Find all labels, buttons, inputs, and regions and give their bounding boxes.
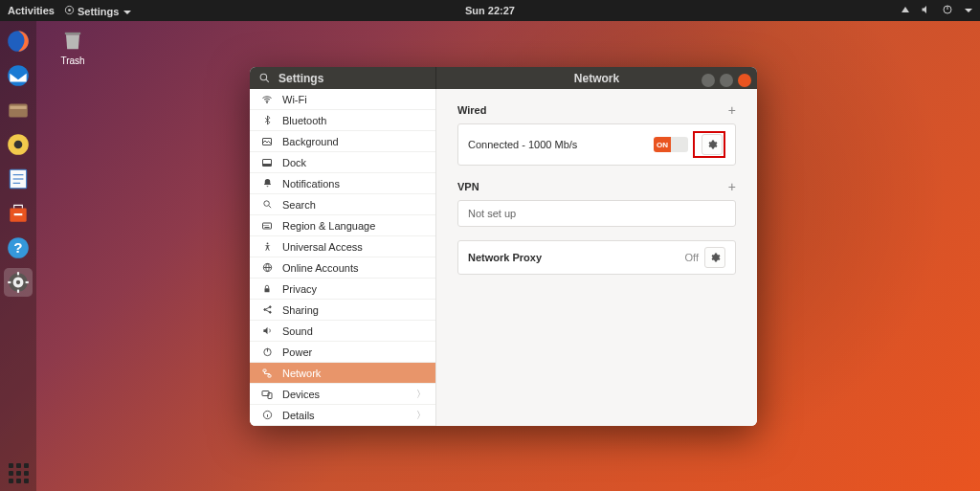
sidebar-item-search[interactable]: Search <box>250 194 435 215</box>
wired-status: Connected - 1000 Mb/s <box>468 139 577 150</box>
proxy-label: Network Proxy <box>468 252 542 263</box>
proxy-state: Off <box>685 252 699 263</box>
sidebar-item-label: Region & Language <box>282 220 375 232</box>
sidebar-item-background[interactable]: Background <box>250 131 435 152</box>
sidebar-item-devices[interactable]: Devices〉 <box>250 384 435 405</box>
sidebar-item-label: Devices <box>282 389 320 400</box>
vpn-status: Not set up <box>468 208 516 219</box>
svg-point-1 <box>68 9 71 11</box>
sidebar-item-label: Notifications <box>282 178 340 190</box>
wired-toggle[interactable]: ON <box>654 137 688 152</box>
sidebar-item-label: Universal Access <box>282 241 363 253</box>
search-icon <box>259 199 275 210</box>
dock-rhythmbox[interactable] <box>4 130 33 159</box>
details-icon <box>259 410 275 420</box>
search-button[interactable] <box>250 72 278 84</box>
chevron-right-icon: 〉 <box>416 388 426 401</box>
trash-label: Trash <box>54 56 92 66</box>
sidebar-item-bluetooth[interactable]: Bluetooth <box>250 110 435 131</box>
settings-sidebar: Wi-FiBluetoothBackgroundDockNotification… <box>250 89 436 426</box>
svg-text:?: ? <box>13 239 22 256</box>
net-icon <box>259 368 275 379</box>
svg-rect-32 <box>264 225 265 226</box>
sidebar-item-sharing[interactable]: Sharing <box>250 300 435 321</box>
dock-apps-button[interactable] <box>9 463 29 483</box>
svg-point-25 <box>267 101 268 102</box>
highlight-annotation <box>693 131 725 158</box>
sidebar-item-label: Dock <box>282 157 306 168</box>
dropdown-icon <box>123 11 131 14</box>
sidebar-item-label: Search <box>282 199 316 211</box>
sidebar-item-privacy[interactable]: Privacy <box>250 279 435 300</box>
sidebar-item-universal-access[interactable]: Universal Access <box>250 236 435 257</box>
vpn-add-button[interactable]: + <box>728 179 736 194</box>
chevron-right-icon: 〉 <box>416 409 426 422</box>
sidebar-item-online-accounts[interactable]: Online Accounts <box>250 257 435 279</box>
activities-button[interactable]: Activities <box>8 5 55 16</box>
svg-point-41 <box>269 311 271 313</box>
dock-settings[interactable] <box>4 268 33 297</box>
clock[interactable]: Sun 22:27 <box>465 5 515 16</box>
desktop-trash[interactable]: Trash <box>54 27 92 66</box>
svg-rect-38 <box>265 288 270 292</box>
sidebar-item-label: Privacy <box>282 283 317 295</box>
sidebar-item-dock[interactable]: Dock <box>250 152 435 173</box>
power-menu-icon[interactable] <box>942 4 953 17</box>
svg-point-17 <box>9 273 28 292</box>
wired-settings-button[interactable] <box>702 134 723 155</box>
sidebar-item-notifications[interactable]: Notifications <box>250 173 435 194</box>
volume-icon[interactable] <box>921 4 932 17</box>
sidebar-item-power[interactable]: Power <box>250 342 435 363</box>
sidebar-item-label: Details <box>282 410 315 421</box>
sidebar-item-label: Online Accounts <box>282 262 359 274</box>
svg-rect-47 <box>268 374 271 377</box>
dock-files[interactable] <box>4 96 33 124</box>
access-icon <box>259 241 275 252</box>
window-maximize[interactable] <box>720 74 733 87</box>
proxy-settings-button[interactable] <box>704 247 725 268</box>
notif-icon <box>259 178 275 189</box>
wifi-icon <box>259 94 275 105</box>
dock-firefox[interactable] <box>4 27 33 56</box>
svg-point-9 <box>14 141 23 149</box>
region-icon <box>259 220 275 232</box>
dock-libreoffice[interactable] <box>4 165 33 193</box>
sidebar-item-region-language[interactable]: Region & Language <box>250 215 435 236</box>
app-menu-label: Settings <box>78 6 119 17</box>
sidebar-item-network[interactable]: Network <box>250 363 435 384</box>
dock-help[interactable]: ? <box>4 234 33 262</box>
toggle-on-label: ON <box>654 137 671 152</box>
sidebar-item-details[interactable]: Details〉 <box>250 405 435 426</box>
dock-software[interactable] <box>4 199 33 228</box>
sidebar-item-wi-fi[interactable]: Wi-Fi <box>250 89 435 110</box>
vpn-row: Not set up <box>457 200 736 227</box>
svg-point-36 <box>266 242 268 244</box>
titlebar[interactable]: Settings Network <box>250 67 757 89</box>
privacy-icon <box>259 284 275 294</box>
devices-icon <box>259 389 275 400</box>
sidebar-item-label: Power <box>282 346 312 358</box>
network-indicator-icon[interactable] <box>900 4 911 17</box>
dock: ? <box>0 21 36 491</box>
dock-thunderbird[interactable] <box>4 61 33 90</box>
toggle-handle <box>671 137 688 152</box>
window-close[interactable] <box>738 74 751 87</box>
window-minimize[interactable] <box>702 74 715 87</box>
svg-point-39 <box>263 309 265 311</box>
svg-rect-28 <box>263 164 272 167</box>
sidebar-item-label: Sound <box>282 325 313 337</box>
svg-rect-46 <box>263 369 266 372</box>
top-bar: Activities Settings Sun 22:27 <box>0 0 980 21</box>
bt-icon <box>259 115 275 125</box>
system-menu-dropdown-icon[interactable] <box>965 9 972 12</box>
share-icon <box>259 304 275 315</box>
sidebar-item-label: Bluetooth <box>282 115 326 126</box>
app-menu[interactable]: Settings <box>64 5 132 17</box>
svg-point-40 <box>269 306 271 308</box>
bg-icon <box>259 136 275 147</box>
svg-rect-7 <box>10 106 26 109</box>
sound-icon <box>259 325 275 336</box>
sidebar-item-sound[interactable]: Sound <box>250 321 435 342</box>
wired-add-button[interactable]: + <box>728 102 736 118</box>
sidebar-item-label: Network <box>282 368 321 379</box>
